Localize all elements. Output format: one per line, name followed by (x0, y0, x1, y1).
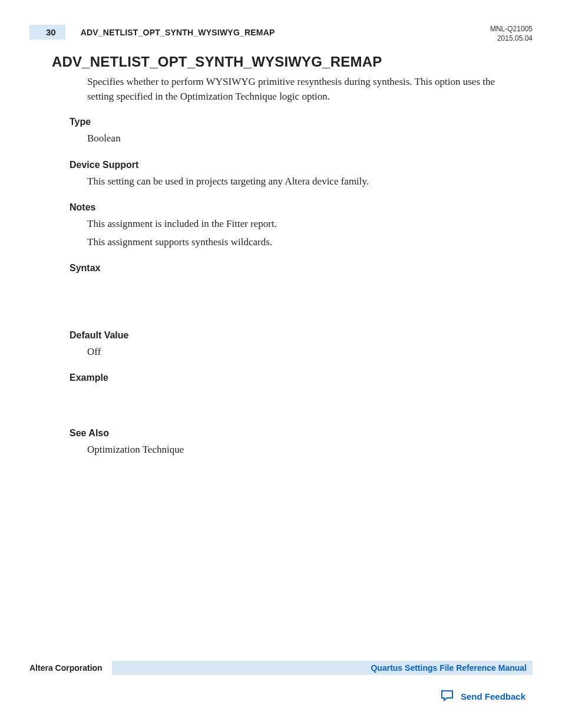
feedback-icon (439, 689, 455, 704)
header-left: 30 ADV_NETLIST_OPT_SYNTH_WYSIWYG_REMAP (29, 25, 275, 39)
notes-line-2: This assignment supports synthesis wildc… (87, 235, 509, 250)
send-feedback-link[interactable]: Send Feedback (439, 689, 525, 704)
section-heading-notes: Notes (70, 202, 509, 213)
section-heading-syntax: Syntax (70, 263, 509, 274)
footer-stripe: Quartus Settings File Reference Manual (112, 661, 533, 675)
section-heading-type: Type (70, 117, 509, 127)
page-title: ADV_NETLIST_OPT_SYNTH_WYSIWYG_REMAP (52, 54, 533, 70)
running-title: ADV_NETLIST_OPT_SYNTH_WYSIWYG_REMAP (81, 28, 275, 37)
intro-paragraph: Specifies whether to perform WYSIWYG pri… (87, 75, 509, 104)
syntax-placeholder (70, 277, 509, 330)
section-body-type: Boolean (87, 131, 509, 146)
notes-line-1: This assignment is included in the Fitte… (87, 216, 509, 232)
doc-date: 2015.05.04 (490, 34, 533, 44)
section-heading-see-also: See Also (70, 428, 509, 439)
section-body-notes: This assignment is included in the Fitte… (87, 216, 509, 250)
section-heading-example: Example (70, 373, 509, 383)
example-placeholder (70, 387, 509, 428)
section-heading-default-value: Default Value (70, 330, 509, 341)
page-header: 30 ADV_NETLIST_OPT_SYNTH_WYSIWYG_REMAP M… (29, 25, 533, 43)
section-heading-device-support: Device Support (70, 160, 509, 170)
section-body-device-support: This setting can be used in projects tar… (87, 174, 509, 189)
section-body-see-also: Optimization Technique (87, 442, 509, 457)
footer-bar: Altera Corporation Quartus Settings File… (29, 661, 533, 675)
footer-company: Altera Corporation (29, 663, 112, 673)
section-body-default-value: Off (87, 344, 509, 360)
manual-link[interactable]: Quartus Settings File Reference Manual (371, 663, 527, 673)
feedback-label: Send Feedback (461, 691, 525, 701)
doc-id: MNL-Q21005 (490, 25, 533, 34)
page-number: 30 (29, 25, 65, 39)
header-right: MNL-Q21005 2015.05.04 (490, 25, 533, 43)
